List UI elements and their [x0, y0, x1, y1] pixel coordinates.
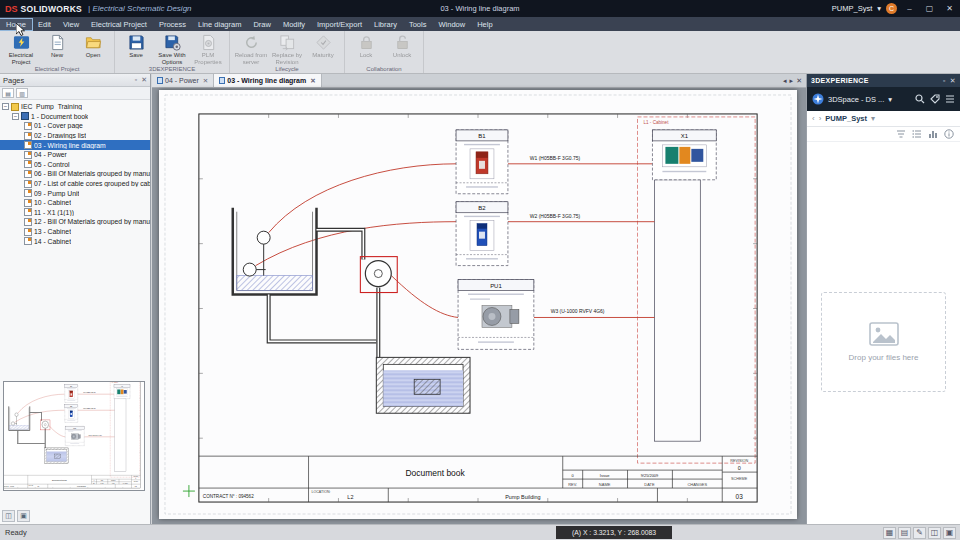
menu-import-export[interactable]: Import/Export [311, 19, 368, 30]
draw-mode-icon[interactable]: ✎ [913, 527, 926, 539]
component-x1[interactable]: X1 [652, 130, 716, 180]
minimize-button[interactable]: – [902, 1, 917, 16]
breadcrumb-project[interactable]: PUMP_Syst [825, 114, 867, 123]
list-view-icon[interactable] [912, 129, 922, 139]
panel-tool-icon[interactable]: ▤ [2, 88, 14, 98]
tab-scroll-left-icon[interactable]: ◂ [783, 77, 787, 85]
tree-item-x1[interactable]: 11 - X1 (1(1)) [0, 208, 150, 218]
chevron-right-icon[interactable]: › [819, 114, 822, 123]
panel-tab-icon[interactable]: ◫ [2, 510, 15, 522]
tree-root[interactable]: IEC_Pump_Training [0, 102, 150, 112]
caret-down-icon[interactable]: ▾ [877, 4, 881, 13]
selection-mode-icon[interactable]: ▣ [943, 527, 956, 539]
menu-view[interactable]: View [57, 19, 85, 30]
unlock-button[interactable]: Unlock [384, 33, 420, 59]
tree-item-cable-cores[interactable]: 07 - List of cable cores grouped by cabl… [0, 179, 150, 189]
lock-button[interactable]: Lock [348, 33, 384, 59]
tab-bar-close-icon[interactable]: ✕ [796, 77, 802, 85]
panel-tool-icon[interactable]: ▥ [16, 88, 28, 98]
menu-electrical-project[interactable]: Electrical Project [85, 19, 153, 30]
caret-down-icon[interactable]: ▾ [888, 95, 892, 104]
tree-book[interactable]: 1 - Document book [0, 112, 150, 122]
maturity-icon [315, 34, 332, 51]
menu-draw[interactable]: Draw [247, 19, 277, 30]
tree-item-cabinet-10[interactable]: 10 - Cabinet [0, 198, 150, 208]
search-icon[interactable] [915, 94, 925, 104]
sort-icon[interactable] [896, 129, 906, 139]
title-bar: DS SOLIDWORKS | Electrical Schematic Des… [0, 0, 960, 17]
component-b2[interactable]: B2 [456, 202, 508, 266]
contract-number: CONTRACT N° : 094562 [203, 494, 254, 499]
tab-close-icon[interactable]: ✕ [310, 77, 315, 85]
tree-item-cabinet-14[interactable]: 14 - Cabinet [0, 236, 150, 246]
cable-w2-label: W2 (H05BB-F 3G0.75) [530, 213, 581, 219]
tree-item-pump-unit[interactable]: 09 - Pump Unit [0, 188, 150, 198]
reload-from-server-button[interactable]: Reload from server [233, 33, 269, 65]
hamburger-menu-icon[interactable] [945, 94, 955, 104]
menu-modify[interactable]: Modify [277, 19, 311, 30]
electrical-project-button[interactable]: Electrical Project [3, 33, 39, 65]
file-dropzone[interactable]: Drop your files here [821, 292, 946, 392]
tab-scroll-right-icon[interactable]: ▸ [790, 77, 794, 85]
menu-line-diagram[interactable]: Line diagram [192, 19, 247, 30]
close-button[interactable]: ✕ [942, 1, 957, 16]
ribbon: Electrical Project New Open Electrical P… [0, 31, 960, 74]
component-b1[interactable]: B1 [456, 130, 508, 194]
tag-icon[interactable] [930, 94, 940, 104]
window-mode-icon[interactable]: ◫ [928, 527, 941, 539]
page-icon [24, 218, 32, 226]
layers-icon[interactable]: ▤ [898, 527, 911, 539]
page-thumbnail[interactable] [3, 381, 145, 491]
reload-icon [243, 34, 260, 51]
expand-icon[interactable] [12, 113, 19, 120]
chart-icon[interactable] [928, 129, 938, 139]
menu-library[interactable]: Library [368, 19, 403, 30]
open-button[interactable]: Open [75, 33, 111, 59]
save-button[interactable]: Save [118, 33, 154, 59]
tree-item-control[interactable]: 05 - Control [0, 160, 150, 170]
new-button[interactable]: New [39, 33, 75, 59]
panel-close-icon[interactable]: ✕ [950, 77, 956, 85]
compass-icon[interactable] [812, 93, 824, 105]
menu-tools[interactable]: Tools [403, 19, 433, 30]
panel-close-icon[interactable]: ✕ [141, 76, 147, 84]
avatar[interactable]: C [886, 3, 897, 14]
tree-item-cover-page[interactable]: 01 - Cover page [0, 121, 150, 131]
tree-item-bom-1[interactable]: 06 - Bill Of Materials grouped by manufa… [0, 169, 150, 179]
menu-process[interactable]: Process [153, 19, 192, 30]
user-menu[interactable]: PUMP_Syst [832, 4, 872, 13]
tree-item-power[interactable]: 04 - Power [0, 150, 150, 160]
maximize-button[interactable]: ▢ [922, 1, 937, 16]
info-icon[interactable] [944, 129, 954, 139]
panel-tab-icon[interactable]: ▣ [17, 510, 30, 522]
tab-power[interactable]: 04 - Power ✕ [152, 74, 214, 87]
save-with-options-button[interactable]: Save With Options [154, 33, 190, 65]
plm-properties-button[interactable]: PLM Properties [190, 33, 226, 65]
hydraulic-piping[interactable] [233, 208, 470, 414]
tree-item-wiring-line-diagram[interactable]: 03 - Wiring line diagram [0, 140, 150, 150]
tab-wiring-line-diagram[interactable]: 03 - Wiring line diagram ✕ [214, 74, 321, 87]
tab-close-icon[interactable]: ✕ [203, 77, 208, 85]
pin-icon[interactable]: ▫ [135, 76, 137, 84]
page-icon [24, 122, 32, 130]
menu-edit[interactable]: Edit [32, 19, 57, 30]
space-selector[interactable]: 3DSpace - DS ... [828, 95, 884, 104]
tree-item-drawings-list[interactable]: 02 - Drawings list [0, 131, 150, 141]
menu-home[interactable]: Home [0, 19, 32, 30]
caret-down-icon[interactable]: ▾ [871, 114, 875, 123]
replace-by-revision-button[interactable]: Replace by Revision [269, 33, 305, 65]
component-pu1[interactable]: PU1 [458, 280, 534, 350]
menu-window[interactable]: Window [432, 19, 471, 30]
tree-item-bom-2[interactable]: 12 - Bill Of Materials grouped by manufa… [0, 217, 150, 227]
grid-toggle-icon[interactable]: ▦ [883, 527, 896, 539]
menu-help[interactable]: Help [471, 19, 498, 30]
drawing-sheet[interactable]: L1 - Cabinet W1 (H05BB-F 3G0.75) W2 (H05… [159, 90, 797, 519]
chevron-left-icon[interactable]: ‹ [812, 114, 815, 123]
drawing-canvas-area: 04 - Power ✕ 03 - Wiring line diagram ✕ … [152, 74, 806, 524]
tree-item-cabinet-13[interactable]: 13 - Cabinet [0, 227, 150, 237]
maturity-button[interactable]: Maturity [305, 33, 341, 59]
pin-icon[interactable]: ▫ [943, 77, 946, 85]
cable-w3[interactable] [391, 276, 458, 318]
rev-num: 0 [572, 473, 575, 478]
expand-icon[interactable] [2, 103, 9, 110]
